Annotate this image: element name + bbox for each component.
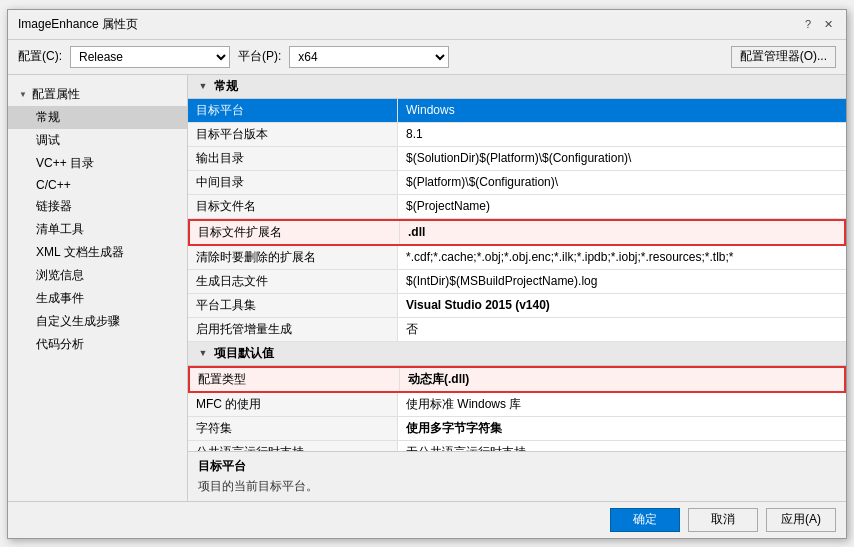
section-defaults-header[interactable]: ▼ 项目默认值 <box>188 342 846 366</box>
prop-value-target-ext: .dll <box>400 221 844 244</box>
sidebar-item-custom-build[interactable]: 自定义生成步骤 <box>8 310 187 333</box>
description-text: 项目的当前目标平台。 <box>198 478 836 495</box>
description-title: 目标平台 <box>198 458 836 475</box>
sidebar-item-build-events[interactable]: 生成事件 <box>8 287 187 310</box>
prop-name-target-name: 目标文件名 <box>188 195 398 218</box>
apply-button[interactable]: 应用(A) <box>766 508 836 532</box>
toolbar: 配置(C): Release 平台(P): x64 配置管理器(O)... <box>8 40 846 75</box>
prop-table: ▼ 常规 目标平台 Windows 目标平台版本 8.1 输出目录 $(Solu… <box>188 75 846 451</box>
prop-row-charset[interactable]: 字符集 使用多字节字符集 <box>188 417 846 441</box>
ok-button[interactable]: 确定 <box>610 508 680 532</box>
section-general-header[interactable]: ▼ 常规 <box>188 75 846 99</box>
prop-row-managed-incr[interactable]: 启用托管增量生成 否 <box>188 318 846 342</box>
section2-collapse-icon: ▼ <box>196 346 210 360</box>
tree-root[interactable]: ▼ 配置属性 <box>8 83 187 106</box>
prop-name-target-ext: 目标文件扩展名 <box>190 221 400 244</box>
platform-label: 平台(P): <box>238 48 281 65</box>
prop-value-platform-ver: 8.1 <box>398 123 846 146</box>
collapse-icon: ▼ <box>16 87 30 101</box>
prop-name-clr: 公共语言运行时支持 <box>188 441 398 451</box>
prop-value-config-type: 动态库(.dll) <box>400 368 844 391</box>
prop-row-int-dir[interactable]: 中间目录 $(Platform)\$(Configuration)\ <box>188 171 846 195</box>
sidebar-item-manifest[interactable]: 清单工具 <box>8 218 187 241</box>
prop-value-mfc: 使用标准 Windows 库 <box>398 393 846 416</box>
prop-row-clean-ext[interactable]: 清除时要删除的扩展名 *.cdf;*.cache;*.obj;*.obj.enc… <box>188 246 846 270</box>
section-collapse-icon: ▼ <box>196 79 210 93</box>
prop-row-build-log[interactable]: 生成日志文件 $(IntDir)$(MSBuildProjectName).lo… <box>188 270 846 294</box>
prop-value-charset: 使用多字节字符集 <box>398 417 846 440</box>
sidebar-item-general[interactable]: 常规 <box>8 106 187 129</box>
prop-row-target-ext[interactable]: 目标文件扩展名 .dll <box>188 219 846 246</box>
button-bar: 确定 取消 应用(A) <box>8 501 846 538</box>
config-label: 配置(C): <box>18 48 62 65</box>
sidebar-item-xml[interactable]: XML 文档生成器 <box>8 241 187 264</box>
sidebar-item-code-analysis[interactable]: 代码分析 <box>8 333 187 356</box>
prop-name-platform-ver: 目标平台版本 <box>188 123 398 146</box>
prop-row-output-dir[interactable]: 输出目录 $(SolutionDir)$(Platform)\$(Configu… <box>188 147 846 171</box>
config-manager-button[interactable]: 配置管理器(O)... <box>731 46 836 68</box>
prop-name-clean-ext: 清除时要删除的扩展名 <box>188 246 398 269</box>
prop-name-config-type: 配置类型 <box>190 368 400 391</box>
prop-value-clean-ext: *.cdf;*.cache;*.obj;*.obj.enc;*.ilk;*.ip… <box>398 246 846 269</box>
platform-select[interactable]: x64 <box>289 46 449 68</box>
sidebar-item-browse[interactable]: 浏览信息 <box>8 264 187 287</box>
prop-row-clr[interactable]: 公共语言运行时支持 无公共语言运行时支持 <box>188 441 846 451</box>
prop-name-output-dir: 输出目录 <box>188 147 398 170</box>
prop-row-target-name[interactable]: 目标文件名 $(ProjectName) <box>188 195 846 219</box>
prop-value-target-platform: Windows <box>398 99 846 122</box>
prop-value-managed-incr: 否 <box>398 318 846 341</box>
title-buttons: ? ✕ <box>800 16 836 32</box>
description-panel: 目标平台 项目的当前目标平台。 <box>188 451 846 501</box>
prop-value-output-dir: $(SolutionDir)$(Platform)\$(Configuratio… <box>398 147 846 170</box>
main-content: ▼ 配置属性 常规 调试 VC++ 目录 C/C++ 链接器 <box>8 75 846 501</box>
sidebar-item-debug[interactable]: 调试 <box>8 129 187 152</box>
prop-row-platform-ver[interactable]: 目标平台版本 8.1 <box>188 123 846 147</box>
prop-name-charset: 字符集 <box>188 417 398 440</box>
help-button[interactable]: ? <box>800 16 816 32</box>
prop-row-target-platform[interactable]: 目标平台 Windows <box>188 99 846 123</box>
sidebar-item-cpp[interactable]: C/C++ <box>8 175 187 195</box>
tree-root-label: 配置属性 <box>32 86 80 103</box>
cancel-button[interactable]: 取消 <box>688 508 758 532</box>
left-panel: ▼ 配置属性 常规 调试 VC++ 目录 C/C++ 链接器 <box>8 75 188 501</box>
prop-name-mfc: MFC 的使用 <box>188 393 398 416</box>
prop-row-toolset[interactable]: 平台工具集 Visual Studio 2015 (v140) <box>188 294 846 318</box>
prop-row-config-type[interactable]: 配置类型 动态库(.dll) <box>188 366 846 393</box>
prop-value-int-dir: $(Platform)\$(Configuration)\ <box>398 171 846 194</box>
right-panel: ▼ 常规 目标平台 Windows 目标平台版本 8.1 输出目录 $(Solu… <box>188 75 846 501</box>
prop-name-target-platform: 目标平台 <box>188 99 398 122</box>
prop-value-target-name: $(ProjectName) <box>398 195 846 218</box>
sidebar-item-linker[interactable]: 链接器 <box>8 195 187 218</box>
close-button[interactable]: ✕ <box>820 16 836 32</box>
title-bar: ImageEnhance 属性页 ? ✕ <box>8 10 846 40</box>
dialog-title: ImageEnhance 属性页 <box>18 16 138 33</box>
main-dialog: ImageEnhance 属性页 ? ✕ 配置(C): Release 平台(P… <box>7 9 847 539</box>
prop-value-clr: 无公共语言运行时支持 <box>398 441 846 451</box>
prop-row-mfc[interactable]: MFC 的使用 使用标准 Windows 库 <box>188 393 846 417</box>
prop-name-managed-incr: 启用托管增量生成 <box>188 318 398 341</box>
prop-value-toolset: Visual Studio 2015 (v140) <box>398 294 846 317</box>
sidebar-item-vc-dirs[interactable]: VC++ 目录 <box>8 152 187 175</box>
prop-name-toolset: 平台工具集 <box>188 294 398 317</box>
config-select[interactable]: Release <box>70 46 230 68</box>
prop-name-build-log: 生成日志文件 <box>188 270 398 293</box>
prop-value-build-log: $(IntDir)$(MSBuildProjectName).log <box>398 270 846 293</box>
tree-section: ▼ 配置属性 常规 调试 VC++ 目录 C/C++ 链接器 <box>8 81 187 358</box>
prop-name-int-dir: 中间目录 <box>188 171 398 194</box>
